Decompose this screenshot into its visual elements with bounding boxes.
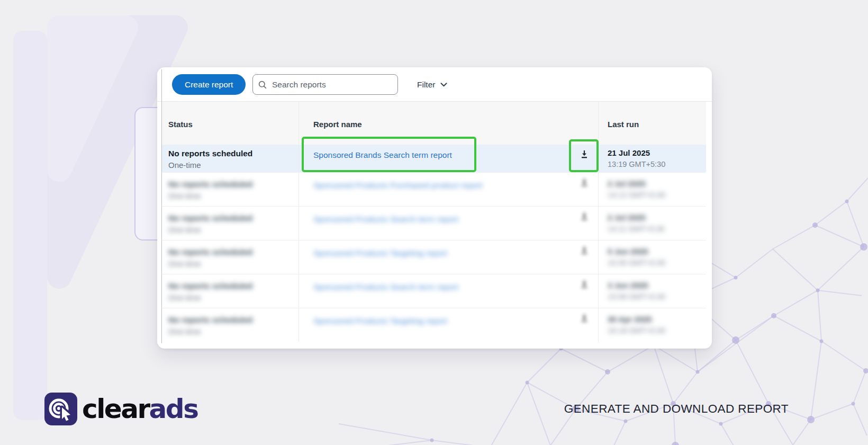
report-name-link[interactable]: Sponsored Products Targeting report [313, 316, 447, 325]
report-name-link[interactable]: Sponsored Products Targeting report [313, 248, 447, 257]
download-report-button[interactable] [578, 176, 591, 189]
table-rows: No reports scheduled One-time Sponsored … [161, 145, 706, 342]
row-status: No reports scheduled [168, 149, 299, 158]
download-icon [580, 279, 589, 289]
row-last-run-time: 16:18 GMT+5:30 [608, 326, 706, 335]
download-icon [580, 245, 589, 255]
row-frequency: One-time [168, 327, 299, 336]
download-icon [580, 313, 589, 323]
row-last-run-date: 2 Jul 2025 [608, 213, 706, 222]
row-last-run-date: 21 Jul 2025 [608, 148, 706, 157]
reports-card: Create report Filter Status Report name [157, 67, 712, 349]
download-icon [580, 211, 589, 221]
row-frequency: One-time [168, 192, 299, 200]
clearads-logo: clearads [44, 393, 197, 425]
report-name-cell: Sponsored Products Search term report [299, 207, 599, 240]
logo-text-ads: ads [149, 394, 198, 424]
screenshot-stage: Create report Filter Status Report name [0, 0, 868, 445]
row-last-run-date: 30 Apr 2025 [608, 315, 706, 324]
table-row: No reports scheduled One-time Sponsored … [161, 206, 706, 240]
column-header-status: Status [161, 102, 299, 145]
report-name-cell: Sponsored Products Targeting report [299, 308, 599, 342]
download-icon [580, 149, 589, 159]
download-report-button[interactable] [578, 312, 591, 324]
status-cell: No reports scheduled One-time [161, 145, 299, 172]
last-run-cell: 2 Jul 2025 14:12 GMT+5:30 [599, 173, 706, 206]
download-report-button[interactable] [578, 278, 591, 290]
card-left-rule [161, 69, 162, 343]
status-cell: No reports scheduled One-time [161, 274, 299, 308]
reports-table: Status Report name Last run No reports s… [161, 102, 706, 345]
table-row: No reports scheduled One-time Sponsored … [161, 145, 706, 172]
row-last-run-time: 15:56 GMT+5:30 [608, 292, 706, 301]
row-last-run-time: 13:19 GMT+5:30 [608, 160, 706, 168]
tutorial-caption: GENERATE AND DOWNLOAD REPORT [564, 402, 789, 416]
row-status: No reports scheduled [168, 281, 299, 290]
filter-label: Filter [417, 80, 435, 90]
row-last-run-time: 14:12 GMT+5:30 [608, 191, 706, 199]
report-name-link[interactable]: Sponsored Products Search term report [313, 282, 458, 291]
column-header-report-name: Report name [299, 102, 599, 145]
row-status: No reports scheduled [168, 180, 299, 189]
status-cell: No reports scheduled One-time [161, 207, 299, 240]
row-frequency: One-time [168, 161, 299, 170]
last-run-cell: 5 Jun 2025 10:30 GMT+5:30 [599, 241, 706, 274]
status-cell: No reports scheduled One-time [161, 241, 299, 274]
report-name-cell: Sponsored Products Purchased product rep… [299, 173, 599, 206]
download-report-button[interactable] [578, 148, 591, 161]
last-run-cell: 2 Jul 2025 14:11 GMT+5:30 [599, 207, 706, 240]
last-run-cell: 30 Apr 2025 16:18 GMT+5:30 [599, 308, 706, 342]
table-row: No reports scheduled One-time Sponsored … [161, 240, 706, 274]
search-box[interactable] [252, 74, 398, 95]
row-status: No reports scheduled [168, 315, 299, 324]
table-row: No reports scheduled One-time Sponsored … [161, 172, 706, 206]
row-last-run-time: 14:11 GMT+5:30 [608, 225, 706, 233]
row-frequency: One-time [168, 293, 299, 302]
report-name-cell: Sponsored Brands Search term report [299, 145, 599, 172]
row-status: No reports scheduled [168, 247, 299, 256]
report-name-link[interactable]: Sponsored Products Search term report [313, 215, 458, 224]
logo-wordmark: clearads [82, 393, 197, 425]
row-status: No reports scheduled [168, 213, 299, 222]
row-last-run-time: 10:30 GMT+5:30 [608, 259, 706, 267]
last-run-cell: 3 Jun 2025 15:56 GMT+5:30 [599, 274, 706, 308]
filter-dropdown[interactable]: Filter [417, 74, 447, 95]
logo-text-clear: clear [82, 394, 149, 424]
table-row: No reports scheduled One-time Sponsored … [161, 274, 706, 308]
row-last-run-date: 5 Jun 2025 [608, 247, 706, 256]
last-run-cell: 21 Jul 2025 13:19 GMT+5:30 [599, 145, 706, 172]
download-report-button[interactable] [578, 210, 591, 222]
create-report-button[interactable]: Create report [172, 74, 246, 95]
chevron-down-icon [440, 83, 447, 87]
search-input[interactable] [271, 79, 392, 90]
row-frequency: One-time [168, 260, 299, 268]
report-name-link[interactable]: Sponsored Products Purchased product rep… [313, 181, 483, 190]
table-header: Status Report name Last run [161, 102, 706, 145]
status-cell: No reports scheduled One-time [161, 308, 299, 342]
logo-target-cursor-icon [44, 393, 77, 425]
reports-toolbar: Create report Filter [157, 67, 712, 102]
table-row: No reports scheduled One-time Sponsored … [161, 308, 706, 342]
column-header-last-run: Last run [599, 102, 706, 145]
report-name-cell: Sponsored Products Targeting report [299, 241, 599, 274]
report-name-cell: Sponsored Products Search term report [299, 274, 599, 308]
download-report-button[interactable] [578, 244, 591, 256]
row-last-run-date: 2 Jul 2025 [608, 179, 706, 188]
row-frequency: One-time [168, 226, 299, 234]
status-cell: No reports scheduled One-time [161, 173, 299, 206]
search-icon [258, 81, 267, 89]
row-last-run-date: 3 Jun 2025 [608, 281, 706, 290]
download-icon [580, 177, 589, 187]
report-name-link[interactable]: Sponsored Brands Search term report [313, 150, 452, 159]
